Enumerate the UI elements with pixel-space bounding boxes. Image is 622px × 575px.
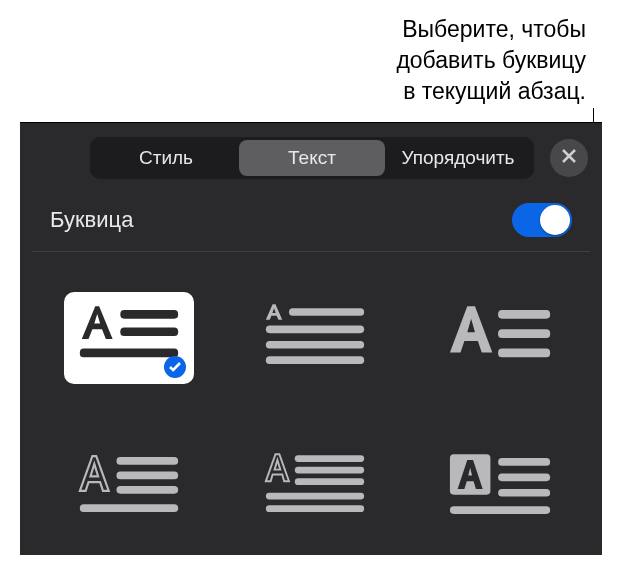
svg-rect-12 [116, 486, 178, 494]
svg-rect-18 [266, 505, 364, 512]
tab-style[interactable]: Стиль [93, 140, 239, 176]
svg-rect-1 [120, 327, 178, 336]
tab-arrange[interactable]: Упорядочить [385, 140, 531, 176]
checkmark-badge [164, 356, 186, 378]
dropcap-option-6[interactable] [436, 440, 566, 532]
svg-rect-23 [450, 506, 550, 514]
svg-rect-11 [116, 472, 178, 480]
dropcap-style-grid [20, 252, 602, 555]
svg-rect-4 [266, 325, 364, 333]
dropcap-option-4[interactable] [64, 440, 194, 532]
svg-rect-16 [295, 478, 364, 485]
svg-rect-14 [295, 455, 364, 462]
svg-rect-17 [266, 493, 364, 500]
svg-rect-9 [498, 349, 550, 358]
svg-rect-7 [498, 310, 550, 319]
segmented-control: Стиль Текст Упорядочить [90, 137, 534, 179]
panel-tabbar: Стиль Текст Упорядочить [20, 123, 602, 191]
help-callout: Выберите, чтобы добавить буквицу в текущ… [396, 14, 586, 107]
toggle-knob [540, 205, 570, 235]
dropcap-option-3[interactable] [436, 292, 566, 384]
svg-rect-20 [498, 458, 550, 466]
svg-rect-5 [266, 341, 364, 349]
dropcap-toggle[interactable] [512, 203, 572, 237]
svg-rect-3 [289, 308, 364, 316]
svg-rect-2 [80, 349, 178, 358]
svg-rect-21 [498, 473, 550, 481]
close-button[interactable] [550, 139, 588, 177]
callout-line-2: добавить буквицу [396, 45, 586, 76]
dropcap-option-2[interactable] [250, 292, 380, 384]
svg-rect-8 [498, 329, 550, 338]
svg-rect-0 [120, 310, 178, 319]
dropcap-option-5[interactable] [250, 440, 380, 532]
dropcap-section-row: Буквица [32, 191, 590, 252]
dropcap-label: Буквица [50, 207, 133, 233]
callout-line-1: Выберите, чтобы [396, 14, 586, 45]
svg-rect-10 [116, 457, 178, 465]
svg-rect-13 [80, 504, 178, 512]
checkmark-icon [169, 362, 181, 372]
svg-rect-15 [295, 467, 364, 474]
format-panel: Стиль Текст Упорядочить Буквица [20, 122, 602, 555]
tab-text[interactable]: Текст [239, 140, 385, 176]
dropcap-option-1[interactable] [64, 292, 194, 384]
callout-line-3: в текущий абзац. [396, 76, 586, 107]
svg-rect-6 [266, 356, 364, 364]
svg-rect-22 [498, 489, 550, 497]
close-icon [561, 148, 577, 168]
